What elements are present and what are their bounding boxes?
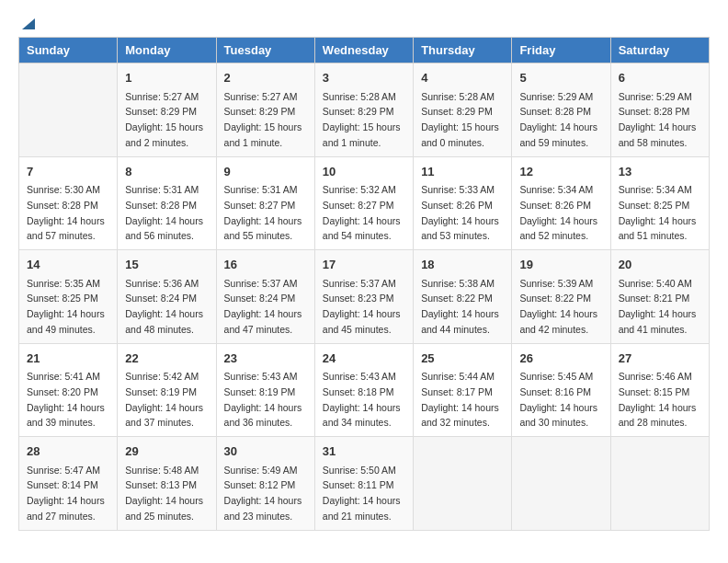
day-info: Daylight: 14 hours xyxy=(125,308,203,319)
day-info: Sunset: 8:28 PM xyxy=(619,106,690,117)
day-number: 19 xyxy=(519,256,602,274)
calendar-cell: 4Sunrise: 5:28 AMSunset: 8:29 PMDaylight… xyxy=(414,63,512,157)
calendar-cell: 6Sunrise: 5:29 AMSunset: 8:28 PMDaylight… xyxy=(610,63,709,157)
day-info: Sunrise: 5:47 AM xyxy=(27,465,100,476)
calendar-cell: 18Sunrise: 5:38 AMSunset: 8:22 PMDayligh… xyxy=(414,250,512,344)
day-info: Sunset: 8:29 PM xyxy=(224,106,296,117)
day-info: Sunrise: 5:38 AM xyxy=(421,278,495,289)
day-info: Daylight: 14 hours xyxy=(224,215,302,226)
day-info: Sunrise: 5:30 AM xyxy=(27,184,100,195)
day-info: and 55 minutes. xyxy=(224,230,293,241)
day-info: Sunrise: 5:34 AM xyxy=(519,184,593,195)
day-info: Daylight: 14 hours xyxy=(125,495,203,506)
day-number: 30 xyxy=(224,442,307,461)
day-info: Daylight: 14 hours xyxy=(619,215,697,226)
day-info: Daylight: 14 hours xyxy=(519,402,597,413)
day-info: and 54 minutes. xyxy=(323,230,392,241)
day-number: 22 xyxy=(125,350,208,368)
day-info: Sunrise: 5:29 AM xyxy=(619,91,692,102)
day-info: Sunset: 8:29 PM xyxy=(125,106,197,117)
day-info: and 25 minutes. xyxy=(125,511,194,522)
day-info: Daylight: 14 hours xyxy=(27,308,105,319)
day-number: 27 xyxy=(619,350,701,368)
calendar-cell: 15Sunrise: 5:36 AMSunset: 8:24 PMDayligh… xyxy=(118,250,216,344)
calendar-cell: 26Sunrise: 5:45 AMSunset: 8:16 PMDayligh… xyxy=(512,343,610,437)
calendar-cell: 22Sunrise: 5:42 AMSunset: 8:19 PMDayligh… xyxy=(118,343,216,437)
day-info: Daylight: 14 hours xyxy=(323,402,401,413)
day-number: 3 xyxy=(323,69,405,87)
day-info: Sunrise: 5:46 AM xyxy=(619,371,692,382)
calendar-cell: 13Sunrise: 5:34 AMSunset: 8:25 PMDayligh… xyxy=(610,156,709,250)
logo xyxy=(18,18,37,28)
calendar-cell: 24Sunrise: 5:43 AMSunset: 8:18 PMDayligh… xyxy=(314,343,413,437)
day-info: Sunrise: 5:40 AM xyxy=(619,278,692,289)
calendar-week-row: 1Sunrise: 5:27 AMSunset: 8:29 PMDaylight… xyxy=(19,63,710,157)
calendar-cell: 11Sunrise: 5:33 AMSunset: 8:26 PMDayligh… xyxy=(414,156,512,250)
calendar-cell: 31Sunrise: 5:50 AMSunset: 8:11 PMDayligh… xyxy=(314,437,413,531)
day-number: 8 xyxy=(125,163,208,181)
day-info: Daylight: 14 hours xyxy=(224,402,302,413)
calendar-cell: 28Sunrise: 5:47 AMSunset: 8:14 PMDayligh… xyxy=(19,437,118,531)
calendar-header-monday: Monday xyxy=(118,38,216,63)
day-info: Daylight: 14 hours xyxy=(619,308,697,319)
calendar-cell xyxy=(610,437,709,531)
day-info: Sunrise: 5:37 AM xyxy=(224,278,298,289)
day-info: Daylight: 14 hours xyxy=(27,215,105,226)
day-info: and 23 minutes. xyxy=(224,511,293,522)
day-info: and 51 minutes. xyxy=(619,230,688,241)
day-info: Sunset: 8:28 PM xyxy=(125,200,197,211)
svg-marker-0 xyxy=(22,18,35,29)
calendar-cell: 12Sunrise: 5:34 AMSunset: 8:26 PMDayligh… xyxy=(512,156,610,250)
day-info: Sunrise: 5:28 AM xyxy=(323,91,396,102)
day-number: 4 xyxy=(421,69,504,87)
day-number: 10 xyxy=(323,163,405,181)
day-number: 1 xyxy=(125,69,208,87)
day-info: and 41 minutes. xyxy=(619,324,688,335)
day-number: 5 xyxy=(519,69,602,87)
day-number: 7 xyxy=(27,163,109,181)
day-info: Sunset: 8:26 PM xyxy=(519,200,591,211)
calendar-cell: 5Sunrise: 5:29 AMSunset: 8:28 PMDaylight… xyxy=(512,63,610,157)
day-info: Sunset: 8:29 PM xyxy=(323,106,394,117)
day-info: Sunrise: 5:32 AM xyxy=(323,184,396,195)
day-info: Daylight: 14 hours xyxy=(519,215,597,226)
day-info: Sunset: 8:24 PM xyxy=(224,293,296,304)
day-info: Sunset: 8:19 PM xyxy=(224,386,296,397)
calendar-cell: 1Sunrise: 5:27 AMSunset: 8:29 PMDaylight… xyxy=(118,63,216,157)
day-info: Sunset: 8:12 PM xyxy=(224,479,296,490)
day-info: Sunrise: 5:45 AM xyxy=(519,371,593,382)
day-info: and 58 minutes. xyxy=(619,137,688,148)
day-info: Daylight: 14 hours xyxy=(619,402,697,413)
day-number: 25 xyxy=(421,350,504,368)
day-info: Sunrise: 5:36 AM xyxy=(125,278,199,289)
day-info: Sunset: 8:11 PM xyxy=(323,479,394,490)
calendar-cell: 27Sunrise: 5:46 AMSunset: 8:15 PMDayligh… xyxy=(610,343,709,437)
day-info: and 53 minutes. xyxy=(421,230,490,241)
calendar-cell: 21Sunrise: 5:41 AMSunset: 8:20 PMDayligh… xyxy=(19,343,118,437)
day-info: Sunrise: 5:49 AM xyxy=(224,465,298,476)
day-info: and 56 minutes. xyxy=(125,230,194,241)
calendar-table: SundayMondayTuesdayWednesdayThursdayFrid… xyxy=(18,37,710,531)
day-info: and 48 minutes. xyxy=(125,324,194,335)
day-info: Sunrise: 5:43 AM xyxy=(224,371,298,382)
day-info: Sunrise: 5:27 AM xyxy=(224,91,298,102)
calendar-cell: 30Sunrise: 5:49 AMSunset: 8:12 PMDayligh… xyxy=(216,437,314,531)
day-info: Sunset: 8:29 PM xyxy=(421,106,493,117)
calendar-header-friday: Friday xyxy=(512,38,610,63)
day-info: and 1 minute. xyxy=(323,137,381,148)
day-info: Daylight: 14 hours xyxy=(224,308,302,319)
day-number: 26 xyxy=(519,350,602,368)
day-info: Sunrise: 5:37 AM xyxy=(323,278,396,289)
day-number: 14 xyxy=(27,256,109,274)
day-number: 9 xyxy=(224,163,307,181)
calendar-header-saturday: Saturday xyxy=(610,38,709,63)
day-info: Sunset: 8:14 PM xyxy=(27,479,98,490)
day-info: Sunset: 8:16 PM xyxy=(519,386,591,397)
day-info: Sunrise: 5:29 AM xyxy=(519,91,593,102)
day-info: Sunset: 8:25 PM xyxy=(27,293,98,304)
day-info: Sunset: 8:28 PM xyxy=(519,106,591,117)
day-info: Sunrise: 5:33 AM xyxy=(421,184,495,195)
day-info: Sunrise: 5:48 AM xyxy=(125,465,199,476)
day-info: Sunset: 8:21 PM xyxy=(619,293,690,304)
day-info: and 57 minutes. xyxy=(27,230,96,241)
